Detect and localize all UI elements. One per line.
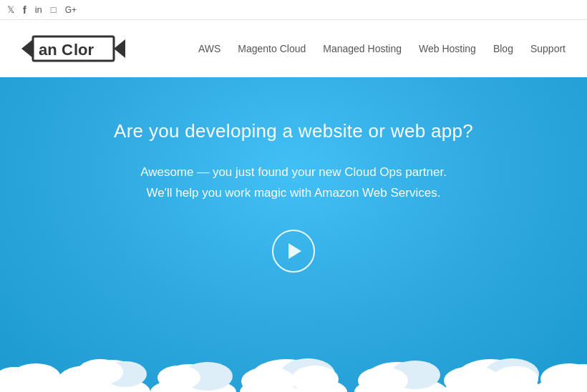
svg-point-17 [157, 366, 200, 390]
play-icon [288, 243, 301, 259]
linkedin-icon[interactable]: in [35, 4, 42, 15]
hero-subtitle-line1: Awesome — you just found your new Cloud … [140, 165, 447, 179]
svg-marker-5 [114, 39, 125, 58]
svg-text:an: an [39, 41, 57, 59]
svg-text:C: C [62, 41, 73, 59]
hero-content: Are you developing a website or web app?… [114, 120, 473, 294]
hero-subtitle-line2: We'll help you work magic with Amazon We… [147, 186, 441, 200]
svg-point-31 [493, 366, 538, 392]
googleplus-icon[interactable]: G+ [65, 5, 77, 15]
logo[interactable]: an C lor [21, 32, 125, 65]
instagram-icon[interactable]: □ [51, 4, 57, 15]
nav-item-blog[interactable]: Blog [493, 43, 513, 54]
hero-section: Are you developing a website or web app?… [0, 77, 587, 392]
nav-item-web-hosting[interactable]: Web Hosting [419, 43, 476, 54]
twitter-icon[interactable]: 𝕏 [7, 4, 14, 15]
nav-item-managed-hosting[interactable]: Managed Hosting [323, 43, 402, 54]
hero-title: Are you developing a website or web app? [114, 120, 473, 142]
hero-subtitle: Awesome — you just found your new Cloud … [140, 162, 447, 204]
nav-item-support[interactable]: Support [530, 43, 566, 54]
svg-point-13 [77, 359, 123, 385]
nav-item-magento-cloud[interactable]: Magento Cloud [238, 43, 306, 54]
social-bar: 𝕏 f in □ G+ [0, 0, 587, 20]
facebook-icon[interactable]: f [23, 4, 26, 16]
clouds-illustration [0, 320, 587, 392]
svg-text:lor: lor [74, 41, 94, 59]
main-nav: AWS Magento Cloud Managed Hosting Web Ho… [198, 43, 566, 54]
svg-point-22 [291, 366, 339, 392]
header: an C lor AWS Magento Cloud Managed Hosti… [0, 20, 587, 77]
logo-svg: an C lor [21, 32, 125, 65]
play-button[interactable] [272, 230, 315, 273]
svg-marker-0 [21, 39, 33, 58]
nav-item-aws[interactable]: AWS [198, 43, 220, 54]
